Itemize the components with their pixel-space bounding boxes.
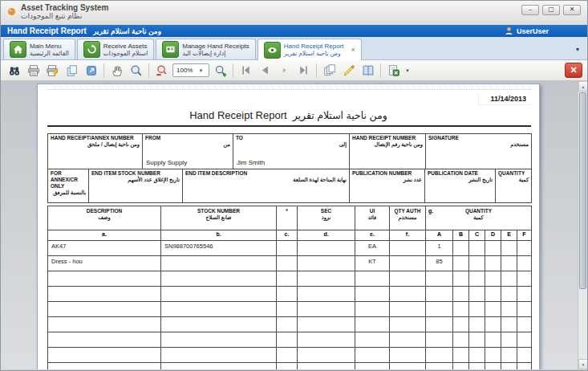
field-value: Jim Smith	[237, 159, 265, 166]
items-table: DESCRIPTIONوصف STOCK NUMBERصانع السلاح *…	[47, 206, 532, 369]
zoom-out-icon[interactable]	[153, 62, 170, 79]
user-icon	[505, 26, 513, 35]
col-sec: SECنروذ	[298, 206, 355, 230]
last-page-icon[interactable]	[295, 62, 312, 79]
tab-label: Hand Receipt Report	[284, 43, 344, 50]
export-document-icon[interactable]	[385, 62, 402, 79]
quantity-letter: g.	[428, 208, 433, 214]
col-ui: UIقائد	[355, 206, 390, 230]
document-area: 11/14/2013 Hand Receipt Reportومن ناحية …	[1, 81, 587, 369]
zoom-in-icon[interactable]	[212, 62, 229, 79]
tab-label: Main Menu	[30, 43, 69, 50]
window-title: Asset Tracking System	[21, 3, 109, 12]
field-end-item-stock: END ITEM STOCK NUMBER تاريخ الإغلاق عدد …	[89, 169, 183, 203]
multi-page-view-icon[interactable]	[321, 62, 338, 79]
export-dropdown-icon[interactable]: ▼	[405, 68, 410, 73]
export-window-icon[interactable]	[83, 62, 99, 79]
field-to: TO إلى Jim Smith	[233, 134, 350, 169]
tab-label: Receive Assets	[103, 43, 148, 50]
tab-receive-assets[interactable]: Receive Assetsاستلام الموجودات	[77, 39, 154, 59]
close-preview-button[interactable]: ✕	[565, 63, 582, 78]
tab-label-arabic: القائمة الرئيسية	[30, 50, 69, 57]
table-letters-row: a. b. c. d. e. f. A B C D E F	[48, 230, 532, 241]
subcol-a: A	[426, 230, 453, 241]
field-value: Supply Supply	[146, 159, 187, 166]
field-end-item-description: END ITEM DESCRIPTION نهاية المتاحة لهذة …	[183, 169, 350, 203]
field-publication-number: PUBLICATION NUMBER عدد نشر	[350, 169, 425, 203]
report-date: 11/14/2013	[478, 93, 531, 105]
book-view-icon[interactable]	[359, 62, 376, 79]
window-titlebar: Asset Tracking System نظام تتبع الموجودا…	[1, 1, 587, 25]
next-page-icon[interactable]	[276, 62, 293, 79]
table-row-empty	[48, 363, 532, 370]
table-row: Dress - hou KT 85	[48, 256, 532, 271]
table-header-row: DESCRIPTIONوصف STOCK NUMBERصانع السلاح *…	[48, 206, 532, 230]
col-quantity-group: g. QUANTITY كمية	[426, 206, 532, 230]
card-icon	[162, 41, 179, 58]
magnifier-icon[interactable]	[128, 62, 144, 79]
table-row-empty	[48, 317, 532, 332]
scrollbar-thumb[interactable]	[579, 92, 586, 289]
col-description: DESCRIPTIONوصف	[48, 206, 161, 230]
report-title: Hand Receipt Reportومن ناحية استلام تقري…	[38, 109, 539, 121]
field-from: FROM من Supply Supply	[143, 134, 233, 169]
tab-label: Manage Hand Receipts	[182, 43, 249, 50]
tab-close-icon[interactable]: ×	[351, 46, 355, 54]
form-row-2: FOR ANNEX/CR ONLY بالنسبة للمرفق END ITE…	[47, 169, 532, 203]
tab-label-arabic: استلام الموجودات	[103, 50, 148, 57]
tab-overflow-icon[interactable]: ▾	[576, 46, 579, 53]
first-page-icon[interactable]	[237, 62, 254, 79]
close-button[interactable]: ✕	[563, 5, 581, 15]
minimize-button[interactable]: –	[521, 5, 539, 15]
field-publication-date: PUBLICATION DATE تاريخ النشر	[425, 169, 496, 203]
table-row-empty	[48, 271, 532, 287]
tab-manage-hand-receipts[interactable]: Manage Hand Receiptsإدارة إيصالات اليد	[156, 39, 256, 59]
print-setup-icon[interactable]	[25, 62, 42, 79]
report-date-row: 11/14/2013	[47, 89, 531, 105]
col-star: *	[277, 206, 298, 230]
field-annex-number: HAND RECEIPT/ANNEX NUMBER ومن ناحية إيصا…	[48, 134, 143, 169]
subcol-f: F	[517, 230, 532, 241]
tab-label-arabic: ومن ناحية استلام تقرير	[284, 50, 344, 57]
scroll-up-icon[interactable]: ▲	[578, 81, 587, 92]
username: UserUser	[517, 27, 549, 35]
zoom-level-select[interactable]: 100% ▼	[172, 63, 209, 77]
window-title-arabic: نظام تتبع الموجودات	[21, 12, 109, 21]
toolbar-separator	[380, 63, 381, 78]
vertical-scrollbar[interactable]: ▲ ▼	[578, 81, 587, 369]
copy-page-icon[interactable]	[63, 62, 80, 79]
field-for-annex: FOR ANNEX/CR ONLY بالنسبة للمرفق	[48, 169, 89, 203]
toolbar-separator	[148, 63, 149, 78]
subcol-d: D	[485, 230, 501, 241]
table-row-empty	[48, 287, 532, 302]
home-icon	[10, 41, 26, 58]
user-account[interactable]: UserUser	[505, 26, 549, 35]
table-row-empty	[48, 302, 532, 317]
page-title: Hand Receipt Report	[7, 26, 87, 35]
zoom-level-value: 100%	[176, 67, 193, 74]
subcol-c: C	[469, 230, 485, 241]
page-header: Hand Receipt Report ومن ناحية استلام تقر…	[1, 25, 587, 37]
field-signature: SIGNATURE مستخدم	[426, 134, 532, 169]
search-binoculars-icon[interactable]	[6, 62, 22, 79]
col-stock-number: STOCK NUMBERصانع السلاح	[161, 206, 277, 230]
toolbar-separator	[233, 63, 233, 78]
tab-main-menu[interactable]: Main Menuالقائمة الرئيسية	[3, 39, 75, 59]
subcol-e: E	[501, 230, 517, 241]
page-title-arabic: ومن ناحية استلام تقرير	[93, 27, 161, 35]
tab-hand-receipt-report[interactable]: Hand Receipt Reportومن ناحية استلام تقري…	[258, 39, 362, 60]
maximize-button[interactable]: ▢	[542, 5, 560, 15]
field-quantity: QUANTITY كمية	[496, 169, 532, 203]
prev-page-icon[interactable]	[257, 62, 274, 79]
chevron-down-icon: ▼	[198, 68, 203, 73]
scroll-down-icon[interactable]: ▼	[578, 359, 587, 369]
table-row: AK47 SN988700765546 EA 1	[48, 241, 532, 256]
report-toolbar: 100% ▼ ▼ ✕	[1, 60, 587, 81]
field-receipt-number: HAND RECEIPT NUMBER ومن ناحية رقم الإيصا…	[350, 134, 426, 169]
table-row-empty	[48, 348, 532, 363]
toolbar-separator	[103, 63, 104, 78]
pan-hand-icon[interactable]	[108, 62, 125, 79]
quick-print-icon[interactable]	[44, 62, 61, 79]
highlight-pen-icon[interactable]	[340, 62, 357, 79]
app-icon	[6, 6, 17, 20]
